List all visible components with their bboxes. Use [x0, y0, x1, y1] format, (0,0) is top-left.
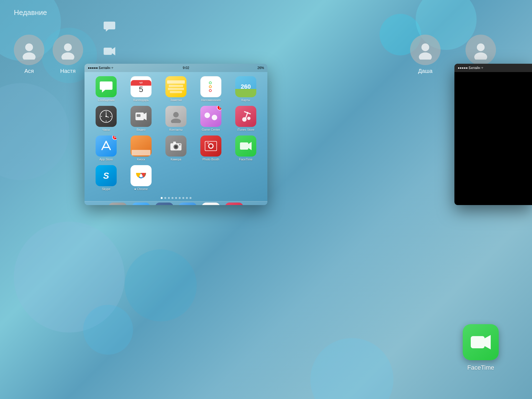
iphone-dock: Настройки Safari VK ВКонтакте — [85, 201, 267, 205]
svg-point-8 — [477, 43, 485, 51]
videos-icon — [131, 106, 152, 127]
facetime-large-container[interactable]: FaceTime — [463, 324, 499, 371]
dot-3 — [172, 197, 173, 199]
iphone-status-bar: ●●●●● Билайн ᯤ 9:02 26% — [85, 64, 267, 72]
app-label-clock: Часы — [103, 128, 110, 131]
page-dots — [85, 195, 267, 201]
dock-photos[interactable]: Фото — [202, 203, 220, 205]
dark-carrier: ●●●●● Билайн ᯤ — [458, 66, 485, 70]
notes-icon — [165, 76, 186, 97]
dot-5 — [179, 197, 181, 199]
message-call-icon[interactable] — [100, 17, 119, 36]
app-label-maps: Карты — [241, 98, 250, 102]
svg-rect-34 — [173, 142, 176, 144]
photos-dock-icon — [202, 203, 220, 205]
message-icon-circle — [100, 17, 119, 36]
svg-point-9 — [474, 52, 487, 60]
app-reminders[interactable]: Напоминания — [195, 76, 227, 102]
app-label-reminders: Напоминания — [201, 98, 221, 102]
app-maps[interactable]: 260 Карты — [230, 76, 262, 102]
iphone-card-main[interactable]: ●●●●● Билайн ᯤ 9:02 26% Сообщения ЧТ 5 К… — [85, 64, 267, 205]
battery-label: 26% — [257, 66, 264, 70]
app-label-calendar: Календарь — [133, 98, 149, 102]
recent-label: Недавние — [14, 8, 47, 17]
contact-name-dasha: Даша — [418, 68, 433, 74]
maps-icon: 260 — [235, 76, 256, 97]
svg-point-35 — [179, 144, 181, 145]
svg-marker-41 — [248, 142, 252, 150]
dark-card-status: ●●●●● Билайн ᯤ — [454, 64, 532, 72]
contact-dasha[interactable]: Даша — [410, 35, 441, 74]
appstore-badge: 14 — [112, 135, 117, 140]
vk-dock-icon: VK — [155, 203, 173, 205]
app-messages[interactable]: Сообщения — [90, 76, 122, 102]
dock-settings[interactable]: Настройки — [109, 203, 127, 205]
contact-name-nastya: Настя — [60, 68, 76, 74]
app-label-itunes: iTunes Store — [237, 128, 254, 131]
app-camera[interactable]: Камера — [160, 135, 192, 161]
app-facetime[interactable]: FaceTime — [230, 135, 262, 161]
clock-icon — [96, 106, 117, 127]
settings-dock-icon — [109, 203, 127, 205]
app-gamecenter[interactable]: 1 Game Center — [195, 106, 227, 131]
app-label-appstore: App Store — [99, 158, 113, 161]
dock-music[interactable]: Музыка — [225, 203, 243, 205]
facetime-app-icon — [235, 135, 256, 157]
dot-2 — [168, 197, 170, 199]
app-label-videos: Видео — [137, 128, 145, 131]
itunes-icon — [235, 106, 256, 127]
app-notes[interactable]: Заметки — [160, 76, 192, 102]
contact-asya[interactable]: Ася — [14, 35, 44, 74]
iphone-card-dark[interactable]: ●●●●● Билайн ᯤ — [454, 64, 532, 205]
app-appstore[interactable]: 14 App Store — [90, 135, 122, 161]
dot-8 — [190, 197, 191, 199]
svg-rect-39 — [207, 142, 209, 144]
svg-rect-40 — [240, 142, 248, 150]
app-label-photobooth: Photo Booth — [203, 158, 219, 161]
app-clock[interactable]: Часы — [90, 106, 122, 131]
facetime-large-icon[interactable] — [463, 324, 499, 360]
safari-dock-icon — [132, 203, 150, 205]
app-label-gamecenter: Game Center — [202, 128, 220, 131]
dot-6 — [182, 197, 184, 199]
skype-icon: S — [96, 165, 117, 186]
appstore-icon: 14 — [96, 135, 117, 157]
dot-1 — [164, 197, 166, 199]
avatar-dasha — [410, 35, 441, 65]
dock-safari[interactable]: Safari — [132, 203, 150, 205]
app-label-camera: Камера — [171, 158, 181, 161]
app-photobooth[interactable]: Photo Booth — [195, 135, 227, 161]
app-newsstand[interactable]: Киоск — [125, 135, 157, 161]
svg-point-7 — [419, 52, 432, 60]
app-label-facetime: FaceTime — [239, 158, 253, 161]
app-label-notes: Заметки — [170, 98, 182, 102]
svg-marker-79 — [485, 335, 491, 349]
camera-icon — [165, 135, 186, 157]
app-videos[interactable]: Видео — [125, 106, 157, 131]
app-itunes[interactable]: iTunes Store — [230, 106, 262, 131]
photobooth-icon — [200, 135, 221, 157]
newsstand-icon — [131, 135, 152, 157]
avatar-nastya — [53, 35, 83, 65]
svg-point-6 — [421, 43, 429, 51]
svg-point-0 — [25, 43, 33, 51]
messages-icon — [96, 76, 117, 97]
facetime-call-icon[interactable] — [100, 42, 119, 61]
app-calendar[interactable]: ЧТ 5 Календарь — [125, 76, 157, 102]
dock-vk[interactable]: VK ВКонтакте — [155, 203, 173, 205]
contact-nastya[interactable]: Настя — [53, 35, 83, 74]
app-skype[interactable]: S Skype — [90, 165, 122, 191]
facetime-large-label: FaceTime — [467, 364, 494, 371]
mail-dock-icon — [178, 203, 197, 205]
carrier-label: ●●●●● Билайн ᯤ — [88, 66, 115, 70]
app-chrome[interactable]: ● Chrome — [125, 165, 157, 191]
svg-point-22 — [171, 119, 181, 123]
app-label-messages: Сообщения — [98, 98, 114, 102]
svg-point-3 — [62, 52, 75, 60]
avatar-asya — [14, 35, 44, 65]
svg-marker-19 — [144, 112, 147, 120]
contact-name-asya: Ася — [24, 68, 34, 74]
dock-mail[interactable]: Mail — [178, 203, 197, 205]
dot-0 — [161, 197, 163, 199]
app-contacts[interactable]: Контакты — [160, 106, 192, 131]
